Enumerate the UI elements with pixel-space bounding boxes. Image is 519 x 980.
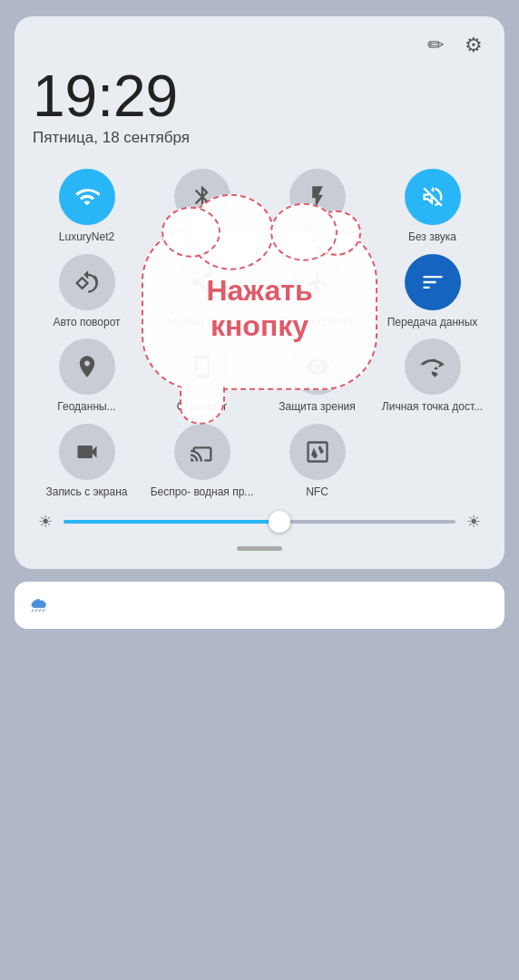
geo-button[interactable] [59, 338, 115, 395]
bottom-handle [33, 546, 486, 551]
notification-bar: 🌧 [15, 582, 504, 629]
tile-geo[interactable]: Геоданны... [33, 338, 141, 415]
airplane-label: Режим полёта [281, 316, 353, 330]
huawei-share-label: Huawei Share [168, 316, 236, 330]
tile-airplane[interactable]: Режим полёта [263, 254, 371, 330]
screen-record-button[interactable] [59, 424, 115, 480]
bluetooth-button[interactable] [174, 169, 230, 225]
clock-time: 19:29 [33, 67, 486, 125]
wireless-proj-button[interactable] [174, 424, 230, 480]
tile-flashlight[interactable]: Фонарик [263, 169, 371, 245]
wireless-proj-label: Беспро- водная пр... [151, 485, 254, 500]
nfc-label: NFC [306, 485, 328, 500]
silent-label: Без звука [408, 230, 456, 245]
hotspot-label: Личная точка дост... [382, 400, 483, 415]
tile-screen-record[interactable]: Запись с экрана [33, 424, 141, 500]
tile-hotspot[interactable]: Личная точка дост... [378, 338, 486, 415]
tile-rotation[interactable]: Авто поворот [33, 254, 141, 330]
handle-bar[interactable] [237, 546, 282, 551]
brightness-fill [64, 520, 279, 524]
brightness-row: ☀ ☀ [33, 512, 486, 532]
data-transfer-label: Передача данных [387, 316, 478, 330]
tile-wifi[interactable]: LuxuryNet2 [33, 169, 141, 245]
notification-icon: 🌧 [29, 593, 49, 617]
tile-bluetooth[interactable]: Bluetooth [148, 169, 256, 245]
brightness-min-icon: ☀ [38, 512, 53, 532]
screenshot-label: Скриншот [177, 400, 227, 415]
wifi-button[interactable] [59, 169, 115, 225]
screen-record-label: Запись с экрана [45, 485, 127, 500]
huawei-share-button[interactable] [174, 254, 230, 310]
eye-protect-button[interactable] [289, 338, 346, 395]
data-transfer-button[interactable] [405, 254, 461, 310]
eye-protect-label: Защита зрения [279, 400, 356, 415]
tile-data-transfer[interactable]: Передача данных [378, 254, 486, 330]
flashlight-button[interactable] [289, 169, 346, 225]
edit-icon[interactable]: ✏ [423, 33, 448, 58]
top-toolbar: ✏ ⚙ [33, 33, 486, 58]
brightness-track[interactable] [64, 520, 455, 524]
bluetooth-label: Bluetooth [179, 230, 225, 245]
settings-icon[interactable]: ⚙ [461, 33, 486, 58]
clock-date: Пятница, 18 сентября [33, 129, 486, 147]
quick-settings-grid: LuxuryNet2 Bluetooth Фонарик Без звука [33, 169, 486, 499]
flashlight-label: Фонарик [296, 230, 339, 245]
rotation-label: Авто поворот [53, 316, 120, 330]
tile-eye-protect[interactable]: Защита зрения [263, 338, 371, 415]
tile-screenshot[interactable]: Скриншот [148, 338, 256, 415]
nfc-button[interactable] [289, 424, 346, 480]
silent-button[interactable] [405, 169, 461, 225]
tile-silent[interactable]: Без звука [378, 169, 486, 245]
tile-huawei-share[interactable]: Huawei Share [148, 254, 256, 330]
tile-nfc[interactable]: NFC [263, 424, 371, 500]
geo-label: Геоданны... [57, 400, 115, 415]
screenshot-button[interactable] [174, 338, 230, 395]
airplane-button[interactable] [289, 254, 346, 310]
wifi-label: LuxuryNet2 [59, 230, 114, 245]
brightness-max-icon: ☀ [466, 512, 481, 532]
control-center-panel: ✏ ⚙ 19:29 Пятница, 18 сентября LuxuryNet… [15, 16, 504, 569]
rotation-button[interactable] [59, 254, 115, 310]
brightness-thumb[interactable] [269, 511, 290, 533]
tile-wireless-proj[interactable]: Беспро- водная пр... [148, 424, 256, 500]
hotspot-button[interactable] [405, 338, 461, 395]
